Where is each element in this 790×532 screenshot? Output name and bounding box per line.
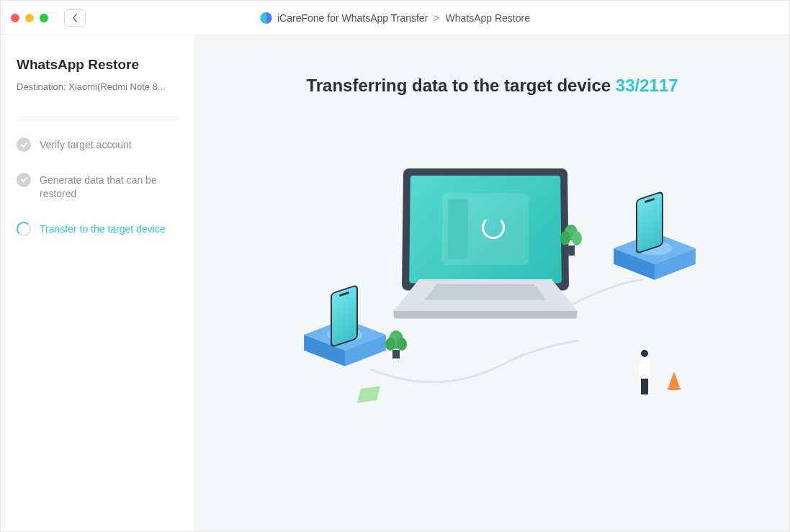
paper-icon: [357, 386, 380, 402]
svg-point-12: [385, 338, 395, 351]
divider: [17, 117, 179, 117]
check-icon: [17, 173, 31, 187]
step-generate-data: Generate data that can be restored: [17, 173, 179, 202]
sync-icon: [481, 216, 504, 239]
svg-marker-9: [393, 311, 578, 318]
back-button[interactable]: [64, 9, 86, 27]
minimize-window-button[interactable]: [25, 14, 34, 22]
spinner-icon: [17, 222, 31, 236]
main-panel: Transferring data to the target device 3…: [195, 35, 789, 531]
step-verify-account: Verify target account: [17, 137, 179, 153]
svg-marker-10: [425, 284, 546, 299]
step-label: Verify target account: [40, 137, 132, 153]
step-transfer: Transfer to the target device: [17, 222, 179, 237]
close-window-button[interactable]: [11, 14, 19, 22]
svg-point-13: [397, 338, 407, 351]
target-phone-icon: [636, 191, 663, 254]
titlebar: iCareFone for WhatsApp Transfer > WhatsA…: [1, 1, 789, 35]
breadcrumb-separator: >: [434, 12, 439, 24]
destination-label: Destination:: [17, 81, 68, 92]
source-phone-icon: [331, 284, 358, 348]
laptop-base-icon: [370, 279, 601, 337]
traffic-cone-icon: [668, 371, 680, 387]
svg-point-17: [572, 231, 582, 245]
destination-value: Xiaomi(Redmi Note 8...: [68, 81, 165, 92]
app-logo-icon: [260, 12, 271, 24]
sidebar: WhatsApp Restore Destination: Xiaomi(Red…: [1, 35, 195, 531]
plant-icon: [560, 224, 583, 257]
plant-icon: [385, 330, 408, 360]
progress-current: 33: [616, 76, 635, 95]
progress-total: 2117: [639, 76, 678, 95]
breadcrumb-app: iCareFone for WhatsApp Transfer: [277, 12, 428, 24]
breadcrumb: iCareFone for WhatsApp Transfer > WhatsA…: [260, 12, 530, 24]
progress-heading: Transferring data to the target device 3…: [306, 76, 678, 96]
check-icon: [17, 137, 31, 152]
page-title: WhatsApp Restore: [17, 57, 179, 73]
svg-rect-18: [567, 245, 575, 256]
maximize-window-button[interactable]: [40, 14, 48, 22]
transfer-illustration: [277, 139, 709, 427]
svg-rect-14: [392, 350, 400, 359]
breadcrumb-page: WhatsApp Restore: [446, 12, 531, 24]
chevron-left-icon: [72, 14, 78, 22]
person-icon: [634, 350, 655, 395]
svg-point-16: [560, 231, 570, 245]
step-label: Transfer to the target device: [40, 222, 166, 237]
content: WhatsApp Restore Destination: Xiaomi(Red…: [1, 35, 789, 531]
progress-label: Transferring data to the target device: [306, 76, 615, 95]
window-controls: [11, 14, 48, 22]
destination-info: Destination: Xiaomi(Redmi Note 8...: [17, 81, 179, 92]
step-label: Generate data that can be restored: [40, 173, 179, 202]
laptop-icon: [403, 168, 568, 290]
